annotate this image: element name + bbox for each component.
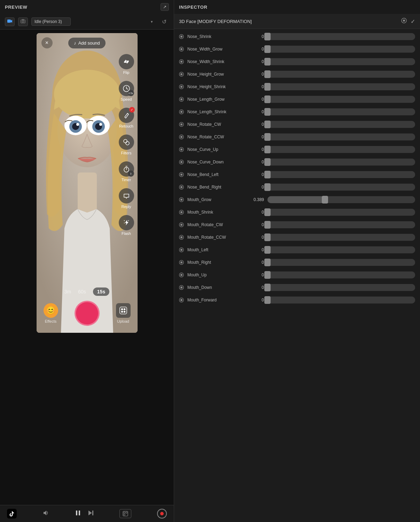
timer-15s[interactable]: 15s — [93, 287, 109, 296]
frame-select-button[interactable] — [119, 509, 131, 518]
record-circle-button[interactable] — [157, 509, 167, 519]
prop-radio[interactable] — [179, 59, 184, 64]
prop-radio[interactable] — [179, 160, 184, 164]
svg-rect-37 — [124, 514, 125, 515]
prop-slider-thumb[interactable] — [264, 108, 271, 116]
prop-radio-inner — [180, 161, 182, 163]
prop-slider[interactable] — [267, 259, 415, 266]
prop-slider[interactable] — [267, 133, 415, 140]
prop-slider[interactable] — [267, 108, 415, 115]
prop-radio[interactable] — [179, 272, 184, 277]
prop-slider[interactable] — [267, 234, 415, 241]
prop-radio[interactable] — [179, 47, 184, 52]
flip-button[interactable]: Flip — [119, 54, 134, 75]
prop-radio[interactable] — [179, 285, 184, 290]
prop-radio[interactable] — [179, 197, 184, 202]
prop-radio[interactable] — [179, 72, 184, 77]
prop-slider[interactable] — [267, 46, 415, 53]
prop-radio[interactable] — [179, 84, 184, 89]
record-icon-button[interactable] — [401, 17, 407, 25]
prop-slider-thumb[interactable] — [264, 58, 271, 66]
prop-slider-thumb[interactable] — [264, 284, 271, 291]
next-button[interactable] — [87, 509, 94, 518]
prop-value: 0 — [247, 135, 264, 139]
prop-radio[interactable] — [179, 135, 184, 139]
prop-radio[interactable] — [179, 298, 184, 302]
close-button[interactable]: × — [41, 37, 53, 48]
timer-60s[interactable]: 60s — [78, 289, 86, 294]
filters-button[interactable]: Filters — [119, 135, 134, 155]
prop-slider-thumb[interactable] — [264, 33, 271, 40]
timer-3m[interactable]: 3m — [64, 289, 71, 294]
prop-slider[interactable] — [267, 171, 415, 178]
animation-dropdown[interactable]: Idle (Person 3) — [31, 17, 71, 26]
prop-slider-thumb[interactable] — [264, 183, 271, 191]
video-mode-button[interactable] — [5, 17, 15, 26]
prop-slider-thumb[interactable] — [264, 83, 271, 91]
prop-radio[interactable] — [179, 34, 184, 39]
prop-slider[interactable] — [267, 209, 415, 216]
prop-slider-thumb[interactable] — [264, 221, 271, 229]
flash-icon-circle — [119, 215, 134, 230]
refresh-button[interactable]: ↺ — [159, 17, 169, 26]
prop-slider[interactable] — [267, 271, 415, 278]
prop-slider[interactable] — [267, 184, 415, 191]
prop-slider-thumb[interactable] — [264, 45, 271, 53]
prop-slider-thumb[interactable] — [264, 158, 271, 166]
add-sound-button[interactable]: ♪ Add sound — [68, 38, 106, 48]
svg-rect-0 — [7, 20, 11, 23]
prop-radio[interactable] — [179, 122, 184, 127]
speed-button[interactable]: 0.5x Speed — [119, 81, 134, 101]
prop-slider[interactable] — [267, 121, 415, 128]
flash-button[interactable]: Flash — [119, 215, 134, 236]
reply-button[interactable]: Reply — [119, 188, 134, 209]
prop-slider-thumb[interactable] — [264, 208, 271, 216]
prop-slider[interactable] — [267, 221, 415, 228]
prop-radio[interactable] — [179, 97, 184, 102]
prop-slider-thumb[interactable] — [264, 296, 271, 304]
prop-slider-thumb[interactable] — [264, 133, 271, 141]
prop-slider-thumb[interactable] — [264, 171, 271, 178]
play-button[interactable] — [75, 509, 81, 518]
prop-slider-thumb[interactable] — [264, 246, 271, 254]
camera-mode-button[interactable] — [18, 17, 28, 26]
record-button[interactable] — [75, 301, 100, 326]
prop-slider-thumb[interactable] — [264, 95, 271, 103]
upload-button[interactable]: Upload — [116, 303, 131, 323]
prop-radio[interactable] — [179, 235, 184, 240]
prop-radio[interactable] — [179, 210, 184, 215]
prop-slider-thumb[interactable] — [264, 233, 271, 241]
prop-slider[interactable] — [267, 196, 415, 203]
prop-radio[interactable] — [179, 185, 184, 190]
prop-radio[interactable] — [179, 147, 184, 152]
property-row: Nose_Rotate_CCW 0 — [174, 131, 420, 143]
prop-radio[interactable] — [179, 172, 184, 177]
export-button[interactable]: ↗ — [161, 3, 169, 11]
prop-slider-thumb[interactable] — [264, 146, 271, 153]
prop-slider-thumb[interactable] — [264, 70, 271, 78]
speed-badge: 0.5x — [128, 90, 134, 96]
effects-button[interactable]: 😊 Effects — [44, 303, 58, 323]
prop-radio[interactable] — [179, 260, 184, 265]
prop-slider-thumb[interactable] — [264, 271, 271, 279]
prop-radio-inner — [180, 73, 182, 75]
prop-slider[interactable] — [267, 83, 415, 90]
prop-radio[interactable] — [179, 222, 184, 227]
prop-slider[interactable] — [267, 33, 415, 40]
prop-slider[interactable] — [267, 71, 415, 78]
retouch-button[interactable]: ✓ Retouch — [119, 108, 134, 128]
prop-slider[interactable] — [267, 246, 415, 253]
prop-radio[interactable] — [179, 247, 184, 252]
prop-slider[interactable] — [267, 159, 415, 166]
volume-button[interactable] — [42, 510, 49, 517]
prop-slider[interactable] — [267, 96, 415, 103]
prop-radio[interactable] — [179, 109, 184, 114]
prop-slider-thumb[interactable] — [322, 196, 328, 204]
prop-slider[interactable] — [267, 297, 415, 304]
prop-slider-thumb[interactable] — [264, 121, 271, 128]
timer-button[interactable]: 3 Timer — [119, 161, 134, 182]
prop-slider[interactable] — [267, 284, 415, 291]
prop-slider-thumb[interactable] — [264, 259, 271, 266]
prop-slider[interactable] — [267, 58, 415, 65]
prop-slider[interactable] — [267, 146, 415, 153]
